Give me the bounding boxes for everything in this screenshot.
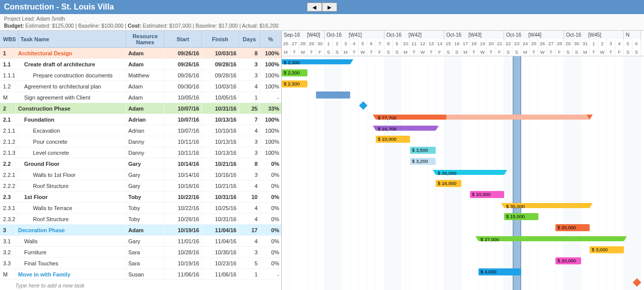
cell-task[interactable]: Walls to Terrace [18,203,126,213]
task-bar[interactable]: $ 20,000 [555,257,581,264]
cell-res[interactable]: Matthew [126,70,165,80]
cell-start[interactable]: 10/07/16 [165,114,202,125]
cell-pct[interactable]: 100% [260,147,281,158]
cell-res[interactable]: Adam [126,103,165,114]
table-row[interactable]: 2.1.2Pour concreteDanny10/11/1610/13/163… [0,136,281,147]
cell-res[interactable]: Adrian [126,114,165,125]
cell-pct[interactable]: 0% [260,203,281,213]
cell-finish[interactable]: 10/21/16 [202,158,239,169]
cell-days[interactable]: 4 [239,236,260,246]
cell-finish[interactable]: 10/30/16 [202,247,239,257]
col-task[interactable]: Task Name [19,31,126,47]
cell-finish[interactable]: 10/31/16 [202,214,239,224]
nav-prev-button[interactable]: ◀ [307,3,322,12]
cell-task[interactable]: Create draft of architecture [16,59,126,69]
col-finish[interactable]: Finish [202,31,239,47]
table-row[interactable]: MSign agreement with ClientAdam10/05/161… [0,92,281,103]
task-bar[interactable]: $ 20,000 [555,224,590,231]
table-row[interactable]: 2.3.2Roof StructureToby10/28/1610/31/164… [0,214,281,225]
cell-start[interactable]: 11/01/16 [165,236,202,246]
table-row[interactable]: 3.2FurnitureSara10/28/1610/30/1630% [0,247,281,258]
cell-task[interactable]: Level concrete [18,147,126,158]
col-res[interactable]: Resource Names [126,31,165,47]
table-row[interactable]: 3.3Final TouchesSara10/19/1610/23/1650% [0,258,281,269]
cell-start[interactable]: 10/22/16 [165,203,202,213]
task-bar[interactable]: $ 3,500 [410,147,436,154]
cell-task[interactable]: Walls [16,236,126,246]
col-days[interactable]: Days [239,31,260,47]
summary-bar[interactable]: $ 77,700 [376,115,590,120]
cell-days[interactable]: 4 [239,81,260,91]
cell-task[interactable]: Sign agreement with Client [16,92,126,103]
cell-start[interactable]: 10/11/16 [165,136,202,147]
cell-res[interactable]: Gary [126,169,165,180]
cell-pct[interactable]: 100% [260,48,281,58]
cell-days[interactable]: 4 [239,125,260,136]
cell-start[interactable]: 09/26/16 [165,48,202,58]
table-row[interactable]: 1.1Create draft of architectureAdam09/26… [0,59,281,70]
cell-days[interactable]: 1 [239,92,260,103]
nav-next-button[interactable]: ▶ [322,3,337,12]
cell-pct[interactable]: 33% [260,103,281,114]
cell-res[interactable]: Susan [126,269,165,279]
cell-finish[interactable]: 10/05/16 [202,92,239,103]
cell-task[interactable]: Final Touches [16,258,126,268]
cell-task[interactable]: Pour concrete [18,136,126,147]
summary-bar[interactable]: $ 16,700 [376,126,436,131]
summary-bar[interactable]: $ 35,000 [504,203,590,208]
cell-finish[interactable]: 10/13/16 [202,136,239,147]
cell-finish[interactable]: 09/28/16 [202,70,239,80]
cell-days[interactable]: 5 [239,258,260,268]
task-bar[interactable]: $ 3,000 [590,246,624,253]
task-bar[interactable]: $ 2,300 [282,69,307,76]
cell-finish[interactable]: 11/06/16 [202,269,239,279]
table-row[interactable]: 2.3.1Walls to TerraceToby10/22/1610/25/1… [0,203,281,214]
cell-pct[interactable]: 0% [260,258,281,268]
cell-days[interactable]: 3 [239,59,260,69]
cell-finish[interactable]: 10/03/16 [202,48,239,58]
cell-task[interactable]: 1st Floor [16,191,126,202]
cell-res[interactable]: Adam [126,92,165,103]
col-pct[interactable]: % [260,31,281,47]
col-start[interactable]: Start [165,31,202,47]
cell-days[interactable]: 3 [239,247,260,257]
cell-start[interactable]: 11/06/16 [165,269,202,279]
cell-res[interactable]: Sara [126,247,165,257]
cell-pct[interactable]: 0% [260,236,281,246]
cell-start[interactable]: 10/11/16 [165,147,202,158]
cell-task[interactable]: Move in with Family [16,269,126,279]
table-row[interactable]: 2.2.1Walls to 1st FloorGary10/14/1610/16… [0,169,281,180]
table-row[interactable]: 2.31st FloorToby10/22/1610/31/16100% [0,191,281,203]
cell-task[interactable]: Architectural Design [16,48,126,58]
cell-start[interactable]: 10/18/16 [165,180,202,191]
cell-task[interactable]: Roof Structure [18,214,126,224]
cell-pct[interactable]: 0% [260,180,281,191]
cell-start[interactable]: 10/07/16 [165,125,202,136]
cell-start[interactable]: 10/07/16 [165,103,202,114]
cell-res[interactable]: Adam [126,59,165,69]
cell-res[interactable]: Toby [126,203,165,213]
cell-start[interactable]: 09/26/16 [165,59,202,69]
cell-pct[interactable]: 100% [260,70,281,80]
cell-days[interactable]: 8 [239,48,260,58]
cell-start[interactable]: 10/14/16 [165,158,202,169]
cell-start[interactable]: 09/30/16 [165,81,202,91]
cell-days[interactable]: 3 [239,136,260,147]
cell-finish[interactable]: 11/04/16 [202,236,239,246]
cell-task[interactable]: Foundation [16,114,126,125]
cell-task[interactable]: Furniture [16,247,126,257]
cell-res[interactable]: Toby [126,191,165,202]
cell-task[interactable]: Roof Structure [18,180,126,191]
milestone-diamond[interactable] [633,278,641,287]
task-bar[interactable]: $ 3,200 [410,158,436,165]
task-bar[interactable]: $ 10,000 [376,136,410,143]
table-row[interactable]: 1.2Agreement to architectural planAdam09… [0,81,281,92]
cell-res[interactable]: Gary [126,180,165,191]
summary-bar[interactable]: $ 2,300 [282,59,350,64]
table-row[interactable]: 2Construction PhaseAdam10/07/1610/31/162… [0,103,281,114]
cell-pct[interactable]: 0% [260,191,281,202]
cell-res[interactable]: Adrian [126,125,165,136]
cell-start[interactable]: 09/26/16 [165,70,202,80]
cell-res[interactable]: Gary [126,236,165,246]
task-bar[interactable]: $ 16,000 [436,180,461,187]
